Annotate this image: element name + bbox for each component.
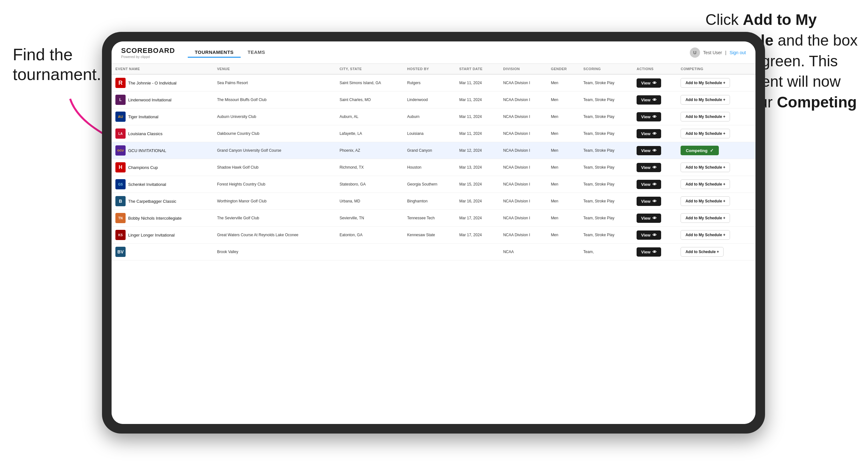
scoring-cell: Team, Stroke Play xyxy=(580,227,633,244)
competing-cell: Competing✓ xyxy=(677,142,755,159)
add-schedule-label: Add to My Schedule + xyxy=(685,233,725,237)
division-cell: NCAA Division I xyxy=(499,125,547,142)
event-cell: AU Tiger Invitational xyxy=(115,112,210,122)
scoring-cell: Team, Stroke Play xyxy=(580,74,633,92)
add-schedule-button[interactable]: Add to My Schedule + xyxy=(681,196,730,206)
add-schedule-button[interactable]: Add to My Schedule + xyxy=(681,213,730,223)
add-schedule-button[interactable]: Add to My Schedule + xyxy=(681,129,730,138)
eye-icon: 👁 xyxy=(652,216,657,221)
eye-icon: 👁 xyxy=(652,97,657,102)
add-schedule-button[interactable]: Add to My Schedule + xyxy=(681,230,730,240)
eye-icon: 👁 xyxy=(652,131,657,136)
nav-tabs: TOURNAMENTS TEAMS xyxy=(188,48,272,58)
view-button[interactable]: View 👁 xyxy=(637,95,661,104)
actions-cell: View 👁 xyxy=(633,176,677,193)
eye-icon: 👁 xyxy=(652,250,657,254)
scoring-cell: Team, Stroke Play xyxy=(580,176,633,193)
add-schedule-button[interactable]: Add to My Schedule + xyxy=(681,112,730,121)
venue-cell: Brook Valley xyxy=(213,244,336,260)
gender-cell: Men xyxy=(547,92,580,108)
view-button[interactable]: View 👁 xyxy=(637,230,661,240)
team-logo: H xyxy=(115,162,126,173)
scoring-cell: Team, Stroke Play xyxy=(580,159,633,176)
scoring-cell: Team, Stroke Play xyxy=(580,125,633,142)
add-schedule-button[interactable]: Add to My Schedule + xyxy=(681,180,730,189)
hosted-cell: Rutgers xyxy=(403,74,455,92)
add-schedule-label: Add to My Schedule + xyxy=(685,199,725,204)
tab-teams[interactable]: TEAMS xyxy=(241,48,272,58)
event-name: Lindenwood Invitational xyxy=(128,97,172,102)
view-button[interactable]: View 👁 xyxy=(637,146,661,155)
date-cell: Mar 17, 2024 xyxy=(456,210,499,227)
actions-cell: View 👁 xyxy=(633,159,677,176)
division-cell: NCAA Division I xyxy=(499,193,547,210)
hosted-cell: Auburn xyxy=(403,108,455,125)
check-icon: ✓ xyxy=(710,148,714,153)
add-schedule-button[interactable]: Add to Schedule + xyxy=(681,247,723,257)
competing-cell: Add to My Schedule + xyxy=(677,74,755,92)
team-logo: AU xyxy=(115,112,126,122)
venue-cell: The Sevierville Golf Club xyxy=(213,210,336,227)
actions-cell: View 👁 xyxy=(633,92,677,108)
division-cell: NCAA xyxy=(499,244,547,260)
city-cell: Eatonton, GA xyxy=(336,227,403,244)
col-header-scoring: SCORING xyxy=(580,64,633,74)
city-cell: Saint Simons Island, GA xyxy=(336,74,403,92)
view-button[interactable]: View 👁 xyxy=(637,112,661,121)
competing-cell: Add to My Schedule + xyxy=(677,92,755,108)
table-row: KS Linger Longer Invitational Great Wate… xyxy=(112,227,755,244)
view-button[interactable]: View 👁 xyxy=(637,79,661,88)
event-cell: R The Johnnie - O Individual xyxy=(115,78,210,88)
logo-area: SCOREBOARD Powered by clippd xyxy=(121,46,175,59)
event-name: Bobby Nichols Intercollegiate xyxy=(128,216,182,221)
division-cell: NCAA Division I xyxy=(499,176,547,193)
date-cell: Mar 17, 2024 xyxy=(456,227,499,244)
view-button[interactable]: View 👁 xyxy=(637,163,661,172)
hosted-cell: Grand Canyon xyxy=(403,142,455,159)
city-cell: Phoenix, AZ xyxy=(336,142,403,159)
tournaments-table: EVENT NAME VENUE CITY, STATE HOSTED BY S… xyxy=(112,64,755,260)
view-button[interactable]: View 👁 xyxy=(637,214,661,223)
user-avatar: U xyxy=(690,48,700,58)
tab-tournaments[interactable]: TOURNAMENTS xyxy=(188,48,241,58)
venue-cell: Worthington Manor Golf Club xyxy=(213,193,336,210)
competing-cell: Add to My Schedule + xyxy=(677,210,755,227)
city-cell: Lafayette, LA xyxy=(336,125,403,142)
view-button[interactable]: View 👁 xyxy=(637,129,661,138)
table-row: B The Carpetbagger Classic Worthington M… xyxy=(112,193,755,210)
event-cell: H Champions Cup xyxy=(115,162,210,173)
actions-cell: View 👁 xyxy=(633,210,677,227)
view-button[interactable]: View 👁 xyxy=(637,180,661,189)
competing-button[interactable]: Competing✓ xyxy=(681,146,719,155)
team-logo: B xyxy=(115,196,126,206)
col-header-division: DIVISION xyxy=(499,64,547,74)
venue-cell: Sea Palms Resort xyxy=(213,74,336,92)
logo-sub: Powered by clippd xyxy=(121,55,175,59)
col-header-actions: ACTIONS xyxy=(633,64,677,74)
view-button[interactable]: View 👁 xyxy=(637,197,661,206)
hosted-cell: Lindenwood xyxy=(403,92,455,108)
tablet-screen: SCOREBOARD Powered by clippd TOURNAMENTS… xyxy=(112,41,755,424)
app-header: SCOREBOARD Powered by clippd TOURNAMENTS… xyxy=(112,41,755,64)
gender-cell: Men xyxy=(547,142,580,159)
col-header-venue: VENUE xyxy=(213,64,336,74)
event-name: Tiger Invitational xyxy=(128,115,158,119)
add-schedule-button[interactable]: Add to My Schedule + xyxy=(681,95,730,104)
view-button[interactable]: View 👁 xyxy=(637,247,661,257)
gender-cell xyxy=(547,244,580,260)
city-cell: Saint Charles, MO xyxy=(336,92,403,108)
table-row: R The Johnnie - O Individual Sea Palms R… xyxy=(112,74,755,92)
gender-cell: Men xyxy=(547,159,580,176)
add-schedule-button[interactable]: Add to My Schedule + xyxy=(681,78,730,88)
tablet-frame: SCOREBOARD Powered by clippd TOURNAMENTS… xyxy=(102,32,765,434)
scoring-cell: Team, Stroke Play xyxy=(580,108,633,125)
competing-cell: Add to My Schedule + xyxy=(677,193,755,210)
gender-cell: Men xyxy=(547,210,580,227)
sign-out-link[interactable]: Sign out xyxy=(730,50,746,55)
scoring-cell: Team, Stroke Play xyxy=(580,193,633,210)
actions-cell: View 👁 xyxy=(633,108,677,125)
add-schedule-label: Add to My Schedule + xyxy=(685,131,725,136)
add-schedule-button[interactable]: Add to My Schedule + xyxy=(681,162,730,172)
hosted-cell: Georgia Southern xyxy=(403,176,455,193)
division-cell: NCAA Division I xyxy=(499,142,547,159)
